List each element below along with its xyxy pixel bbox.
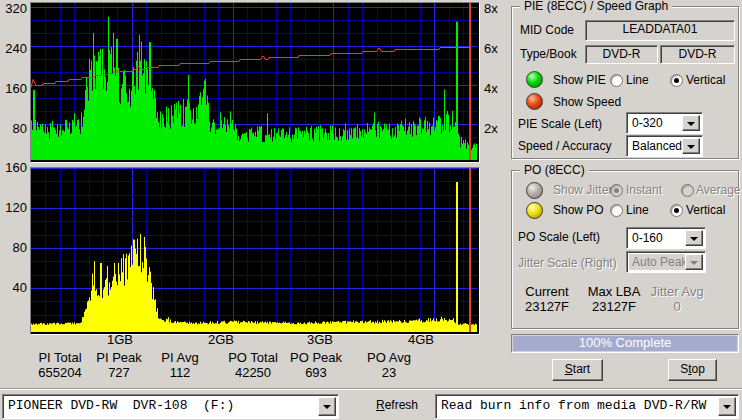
show-jitter-led-button — [526, 182, 543, 199]
mid-code-field: LEADDATA01 — [585, 20, 735, 41]
chevron-down-icon — [690, 237, 698, 241]
pie-vertical-radio[interactable] — [670, 74, 683, 87]
speed-accuracy-dropdown[interactable]: Balanced — [626, 135, 703, 157]
jitter-average-label: Average — [696, 183, 740, 197]
jitter-avg-label: Jitter Avg — [640, 284, 714, 299]
speed-accuracy-dropdown-arrow[interactable] — [682, 138, 700, 154]
po-ylabels-1: 120 — [0, 200, 27, 216]
po-ylabels-0: 160 — [0, 160, 27, 176]
stat-value-4: 693 — [279, 365, 353, 380]
pie-ylabels-2: 160 — [0, 81, 27, 97]
chevron-down-icon — [723, 405, 731, 409]
jitter-instant-radio — [610, 184, 623, 197]
po-ylabels-3: 40 — [0, 280, 27, 296]
disc-quality-scan-window: PIE (8ECC) / Speed Graph MID Code LEADDA… — [0, 0, 742, 420]
jitter-avg-value: 0 — [640, 299, 714, 314]
show-jitter-label: Show Jitter — [553, 183, 612, 197]
action-dropdown[interactable]: Read burn info from media DVD-R/RW — [435, 394, 739, 419]
progress-bar: 100% Complete — [511, 334, 739, 353]
stat-value-5: 23 — [352, 365, 426, 380]
show-speed-led-button[interactable] — [526, 93, 543, 110]
po-line-radio[interactable] — [610, 204, 623, 217]
po-scale-value: 0-160 — [629, 230, 686, 246]
po-scale-dropdown[interactable]: 0-160 — [626, 227, 706, 249]
chevron-down-icon — [323, 405, 331, 409]
drive-dropdown-arrow[interactable] — [318, 397, 336, 416]
speed-ylabels-2: 4x — [484, 81, 508, 97]
pie-speed-graph — [30, 2, 480, 163]
pie-ylabels-1: 240 — [0, 41, 27, 57]
speed-ylabels-3: 2x — [484, 121, 508, 137]
po-group-title: PO (8ECC) — [520, 163, 589, 177]
po-vertical-label: Vertical — [686, 203, 725, 217]
current-label: Current — [510, 284, 584, 299]
progress-bar-text: 100% Complete — [512, 335, 738, 352]
speed-ylabels-0: 8x — [484, 1, 508, 17]
book-field: DVD-R — [660, 45, 735, 64]
po-scale-label: PO Scale (Left) — [518, 230, 600, 244]
po-scale-dropdown-arrow[interactable] — [685, 230, 703, 246]
drive-dropdown[interactable]: PIONEER DVD-RW DVR-108 (F:) — [2, 394, 339, 419]
show-speed-label: Show Speed — [553, 95, 621, 109]
pie-scale-dropdown[interactable]: 0-320 — [626, 112, 703, 134]
jitter-instant-label: Instant — [626, 183, 662, 197]
current-value: 23127F — [510, 299, 584, 314]
xlabels-1: 2GB — [201, 332, 241, 347]
stat-label-2: PI Avg — [143, 350, 217, 365]
stat-value-2: 112 — [143, 365, 217, 380]
mid-code-label: MID Code — [520, 23, 574, 37]
po-line-label: Line — [626, 203, 649, 217]
stop-button[interactable]: Stop — [668, 359, 717, 381]
jitter-scale-dropdown-arrow — [685, 254, 703, 270]
pie-ylabels-3: 80 — [0, 121, 27, 137]
po-ylabels-2: 80 — [0, 240, 27, 256]
pie-scale-label: PIE Scale (Left) — [518, 117, 602, 131]
action-dropdown-value: Read burn info from media DVD-R/RW — [438, 397, 719, 416]
chevron-down-icon — [690, 261, 698, 265]
speed-ylabels-1: 6x — [484, 41, 508, 57]
chevron-down-icon — [687, 122, 695, 126]
pie-ylabels-0: 320 — [0, 1, 27, 17]
stat-label-4: PO Peak — [279, 350, 353, 365]
jitter-scale-dropdown: Auto Peak — [626, 251, 706, 273]
xlabels-2: 3GB — [300, 332, 340, 347]
po-graph-canvas — [31, 168, 477, 332]
type-book-label: Type/Book — [520, 47, 577, 61]
drive-dropdown-value: PIONEER DVD-RW DVR-108 (F:) — [5, 397, 319, 416]
po-graph — [30, 167, 480, 335]
pie-line-radio[interactable] — [610, 74, 623, 87]
show-pie-led-button[interactable] — [526, 71, 543, 88]
xlabels-0: 1GB — [100, 332, 140, 347]
show-pie-label: Show PIE — [553, 73, 606, 87]
chevron-down-icon — [687, 145, 695, 149]
action-dropdown-arrow[interactable] — [718, 397, 736, 416]
pie-vertical-label: Vertical — [686, 73, 725, 87]
show-po-label: Show PO — [553, 203, 604, 217]
refresh-link[interactable]: Refresh — [376, 398, 418, 412]
speed-accuracy-label: Speed / Accuracy — [518, 139, 611, 153]
xlabels-3: 4GB — [401, 332, 441, 347]
pie-line-label: Line — [626, 73, 649, 87]
type-field: DVD-R — [585, 45, 658, 64]
start-button[interactable]: Start — [552, 359, 603, 381]
jitter-average-radio — [681, 184, 694, 197]
speed-accuracy-value: Balanced — [629, 138, 683, 154]
stat-label-5: PO Avg — [352, 350, 426, 365]
show-po-led-button[interactable] — [526, 202, 543, 219]
jitter-scale-value: Auto Peak — [629, 254, 686, 270]
pie-scale-dropdown-arrow[interactable] — [682, 115, 700, 131]
po-vertical-radio[interactable] — [670, 204, 683, 217]
pie-group-title: PIE (8ECC) / Speed Graph — [520, 0, 672, 13]
jitter-scale-label: Jitter Scale (Right) — [518, 256, 617, 270]
pie-speed-graph-canvas — [31, 3, 477, 160]
bottom-divider-highlight — [0, 389, 742, 390]
pie-scale-value: 0-320 — [629, 115, 683, 131]
